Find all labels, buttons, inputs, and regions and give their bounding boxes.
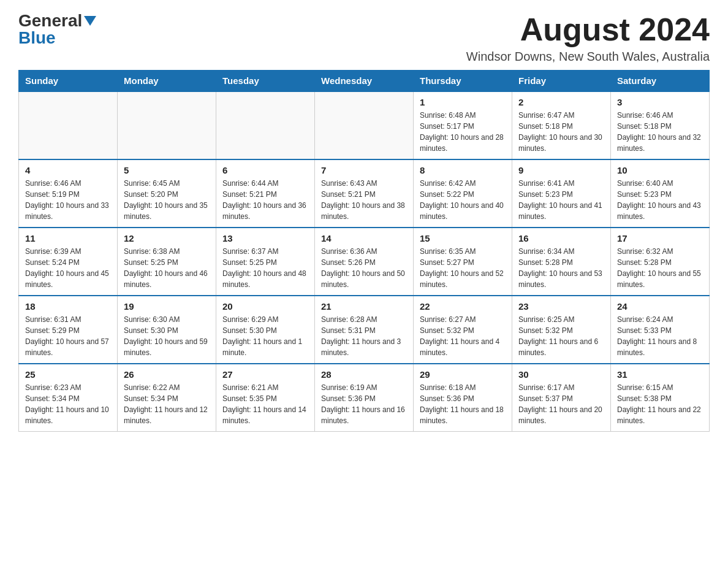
calendar-cell [19,91,118,159]
calendar-cell: 23Sunrise: 6:25 AMSunset: 5:32 PMDayligh… [512,296,611,364]
day-number: 3 [617,97,703,107]
day-number: 29 [420,369,506,380]
day-info: Sunrise: 6:23 AMSunset: 5:34 PMDaylight:… [25,382,111,426]
day-number: 20 [222,301,308,312]
title-area: August 2024 Windsor Downs, New South Wal… [466,12,710,64]
calendar-cell: 13Sunrise: 6:37 AMSunset: 5:25 PMDayligh… [216,228,315,296]
calendar-week-row: 4Sunrise: 6:46 AMSunset: 5:19 PMDaylight… [19,159,710,228]
day-info: Sunrise: 6:30 AMSunset: 5:30 PMDaylight:… [124,314,210,358]
calendar-cell: 18Sunrise: 6:31 AMSunset: 5:29 PMDayligh… [19,296,118,364]
day-number: 17 [617,233,703,243]
day-info: Sunrise: 6:24 AMSunset: 5:33 PMDaylight:… [617,314,703,358]
calendar-cell: 24Sunrise: 6:24 AMSunset: 5:33 PMDayligh… [611,296,710,364]
day-number: 11 [25,233,111,243]
day-info: Sunrise: 6:42 AMSunset: 5:22 PMDaylight:… [420,178,506,222]
col-header-tuesday: Tuesday [216,71,315,92]
calendar-cell: 3Sunrise: 6:46 AMSunset: 5:18 PMDaylight… [611,91,710,159]
day-number: 31 [617,369,703,380]
day-info: Sunrise: 6:40 AMSunset: 5:23 PMDaylight:… [617,178,703,222]
calendar-cell [216,91,315,159]
day-number: 24 [617,301,703,312]
header: General Blue August 2024 Windsor Downs, … [18,12,710,64]
col-header-sunday: Sunday [19,71,118,92]
day-info: Sunrise: 6:15 AMSunset: 5:38 PMDaylight:… [617,382,703,426]
day-info: Sunrise: 6:18 AMSunset: 5:36 PMDaylight:… [420,382,506,426]
day-info: Sunrise: 6:27 AMSunset: 5:32 PMDaylight:… [420,314,506,358]
day-info: Sunrise: 6:19 AMSunset: 5:36 PMDaylight:… [321,382,407,426]
logo-blue-text: Blue [18,29,56,47]
day-info: Sunrise: 6:31 AMSunset: 5:29 PMDaylight:… [25,314,111,358]
day-number: 6 [222,165,308,175]
calendar-cell: 29Sunrise: 6:18 AMSunset: 5:36 PMDayligh… [414,364,512,432]
day-info: Sunrise: 6:37 AMSunset: 5:25 PMDaylight:… [222,246,308,290]
day-info: Sunrise: 6:39 AMSunset: 5:24 PMDaylight:… [25,246,111,290]
day-number: 5 [124,165,210,175]
calendar-cell: 22Sunrise: 6:27 AMSunset: 5:32 PMDayligh… [414,296,512,364]
day-number: 13 [222,233,308,243]
calendar-week-row: 25Sunrise: 6:23 AMSunset: 5:34 PMDayligh… [19,364,710,432]
col-header-thursday: Thursday [414,71,512,92]
day-info: Sunrise: 6:28 AMSunset: 5:31 PMDaylight:… [321,314,407,358]
day-info: Sunrise: 6:25 AMSunset: 5:32 PMDaylight:… [518,314,604,358]
calendar-cell: 7Sunrise: 6:43 AMSunset: 5:21 PMDaylight… [315,159,414,228]
calendar-cell: 17Sunrise: 6:32 AMSunset: 5:28 PMDayligh… [611,228,710,296]
calendar-cell: 20Sunrise: 6:29 AMSunset: 5:30 PMDayligh… [216,296,315,364]
day-info: Sunrise: 6:36 AMSunset: 5:26 PMDaylight:… [321,246,407,290]
calendar-cell: 8Sunrise: 6:42 AMSunset: 5:22 PMDaylight… [414,159,512,228]
col-header-friday: Friday [512,71,611,92]
calendar-cell: 6Sunrise: 6:44 AMSunset: 5:21 PMDaylight… [216,159,315,228]
day-info: Sunrise: 6:43 AMSunset: 5:21 PMDaylight:… [321,178,407,222]
calendar-cell: 25Sunrise: 6:23 AMSunset: 5:34 PMDayligh… [19,364,118,432]
day-number: 1 [420,97,506,107]
day-info: Sunrise: 6:48 AMSunset: 5:17 PMDaylight:… [420,110,506,154]
calendar-cell: 27Sunrise: 6:21 AMSunset: 5:35 PMDayligh… [216,364,315,432]
col-header-saturday: Saturday [611,71,710,92]
calendar-cell: 21Sunrise: 6:28 AMSunset: 5:31 PMDayligh… [315,296,414,364]
day-info: Sunrise: 6:35 AMSunset: 5:27 PMDaylight:… [420,246,506,290]
day-info: Sunrise: 6:32 AMSunset: 5:28 PMDaylight:… [617,246,703,290]
calendar-cell: 30Sunrise: 6:17 AMSunset: 5:37 PMDayligh… [512,364,611,432]
calendar-cell: 2Sunrise: 6:47 AMSunset: 5:18 PMDaylight… [512,91,611,159]
calendar-cell: 26Sunrise: 6:22 AMSunset: 5:34 PMDayligh… [118,364,216,432]
day-info: Sunrise: 6:45 AMSunset: 5:20 PMDaylight:… [124,178,210,222]
day-number: 19 [124,301,210,312]
day-number: 12 [124,233,210,243]
calendar-cell: 5Sunrise: 6:45 AMSunset: 5:20 PMDaylight… [118,159,216,228]
logo: General Blue [18,12,96,47]
day-number: 14 [321,233,407,243]
day-number: 23 [518,301,604,312]
day-number: 21 [321,301,407,312]
day-number: 18 [25,301,111,312]
day-number: 16 [518,233,604,243]
calendar-cell: 15Sunrise: 6:35 AMSunset: 5:27 PMDayligh… [414,228,512,296]
calendar-cell: 11Sunrise: 6:39 AMSunset: 5:24 PMDayligh… [19,228,118,296]
day-number: 30 [518,369,604,380]
day-number: 2 [518,97,604,107]
logo-general-text: General [18,12,82,29]
calendar-week-row: 1Sunrise: 6:48 AMSunset: 5:17 PMDaylight… [19,91,710,159]
calendar-cell: 10Sunrise: 6:40 AMSunset: 5:23 PMDayligh… [611,159,710,228]
day-number: 15 [420,233,506,243]
month-title: August 2024 [466,12,710,47]
day-number: 9 [518,165,604,175]
logo-triangle-icon [84,16,96,26]
day-number: 10 [617,165,703,175]
calendar-cell: 14Sunrise: 6:36 AMSunset: 5:26 PMDayligh… [315,228,414,296]
day-number: 28 [321,369,407,380]
day-info: Sunrise: 6:38 AMSunset: 5:25 PMDaylight:… [124,246,210,290]
calendar-table: SundayMondayTuesdayWednesdayThursdayFrid… [18,70,710,432]
day-info: Sunrise: 6:47 AMSunset: 5:18 PMDaylight:… [518,110,604,154]
calendar-week-row: 11Sunrise: 6:39 AMSunset: 5:24 PMDayligh… [19,228,710,296]
col-header-wednesday: Wednesday [315,71,414,92]
calendar-cell: 19Sunrise: 6:30 AMSunset: 5:30 PMDayligh… [118,296,216,364]
day-info: Sunrise: 6:34 AMSunset: 5:28 PMDaylight:… [518,246,604,290]
day-number: 25 [25,369,111,380]
calendar-cell: 4Sunrise: 6:46 AMSunset: 5:19 PMDaylight… [19,159,118,228]
day-number: 26 [124,369,210,380]
day-number: 4 [25,165,111,175]
day-info: Sunrise: 6:29 AMSunset: 5:30 PMDaylight:… [222,314,308,358]
day-info: Sunrise: 6:46 AMSunset: 5:19 PMDaylight:… [25,178,111,222]
day-number: 8 [420,165,506,175]
calendar-cell [315,91,414,159]
calendar-cell: 28Sunrise: 6:19 AMSunset: 5:36 PMDayligh… [315,364,414,432]
